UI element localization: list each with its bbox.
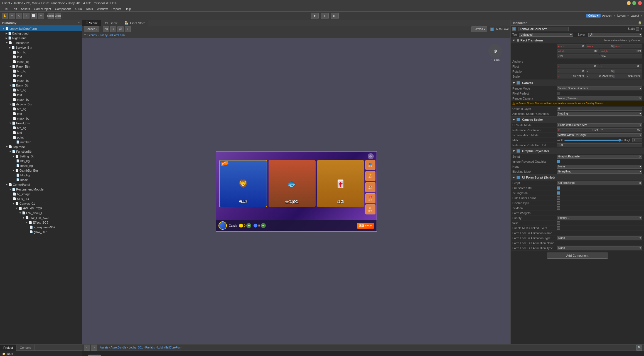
hierarchy-item-15[interactable]: 📄mask_bg	[0, 97, 82, 102]
rot-x[interactable]: X0	[557, 70, 585, 73]
blocking-mask-dropdown[interactable]: Everything ▾	[557, 170, 642, 174]
hierarchy-item-24[interactable]: 📄number	[0, 140, 82, 144]
width-field[interactable]: Width 783	[557, 50, 599, 53]
toolbar-transform-rotate[interactable]: ↻	[16, 13, 22, 19]
audio-btn[interactable]: 🔊	[117, 26, 124, 32]
game-card-2[interactable]: 🐟 全民捕鱼	[269, 160, 316, 207]
scale-z[interactable]: Z0.9973333	[614, 75, 642, 78]
is-modal-checkbox[interactable]	[557, 206, 560, 210]
hierarchy-item-25[interactable]: ▼📄TopPanel	[0, 144, 82, 149]
hierarchy-item-13[interactable]: 📄btn_bg	[0, 88, 82, 92]
fade-in-type-dropdown[interactable]: None▾	[557, 236, 642, 240]
gameobj-name-input[interactable]	[518, 27, 569, 31]
menu-component[interactable]: Component	[53, 7, 72, 11]
bc-form[interactable]: LobbyHallCoreForm	[157, 346, 182, 349]
hierarchy-add[interactable]: +	[78, 21, 80, 24]
hierarchy-item-23[interactable]: 📄point	[0, 135, 82, 140]
hierarchy-item-3[interactable]: ▼📄FunctionBtn	[0, 40, 82, 45]
hierarchy-item-37[interactable]: ▼📄Canvas_01	[0, 201, 82, 206]
menu-help[interactable]: Help	[123, 7, 133, 11]
breadcrumb-scenes[interactable]: Scenes	[87, 34, 97, 37]
lighting-btn[interactable]: ☀	[110, 26, 116, 32]
minimize-btn[interactable]	[627, 1, 631, 5]
fullscreen-checkbox[interactable]	[557, 186, 560, 190]
hierarchy-item-4[interactable]: ▶📄Service_Btn	[0, 45, 82, 50]
auto-save-checkbox[interactable]	[490, 28, 494, 31]
step-button[interactable]: ⏭	[331, 13, 339, 19]
inspector-lock-icon[interactable]: 🔒	[638, 21, 642, 24]
hierarchy-item-33[interactable]: ▼📄CenterPanel	[0, 182, 82, 187]
layers-button[interactable]: Layers	[617, 14, 626, 17]
bc-assetbundle[interactable]: AssetBundle	[110, 346, 126, 349]
ignore-reversed-checkbox[interactable]	[557, 160, 560, 163]
hierarchy-item-21[interactable]: 📄btn_bg	[0, 125, 82, 130]
hierarchy-item-35[interactable]: 📄bg_image	[0, 192, 82, 196]
rot-y[interactable]: Y0	[586, 70, 614, 73]
uiform-script-header[interactable]: ▼ UI Form Script (Script)	[511, 174, 644, 181]
scene-gizmo[interactable]: ⊕ ← Back	[488, 44, 502, 61]
menu-xlua[interactable]: XLua	[73, 7, 83, 11]
bc-assets[interactable]: Assets	[100, 346, 108, 349]
ref-pixels-input[interactable]	[557, 143, 642, 147]
hierarchy-item-29[interactable]: 📄mask_bg	[0, 163, 82, 168]
canvas-scaler-header[interactable]: ▼ Canvas Scaler	[511, 117, 644, 123]
hierarchy-item-41[interactable]: ▼📄Effect_SCJ	[0, 220, 82, 225]
menu-reporter[interactable]: Report	[110, 7, 122, 11]
tab-project[interactable]: Project	[0, 345, 16, 351]
hierarchy-item-12[interactable]: ▼📄Bank_Btn	[0, 83, 82, 88]
hierarchy-item-1[interactable]: ▶📄Background	[0, 31, 82, 36]
back-label[interactable]: ← Back	[491, 58, 500, 61]
hierarchy-item-19[interactable]: 📄mask_bg	[0, 116, 82, 121]
project-tree[interactable]: 📁1004📁1005📁1006📁1007📁1008📁2002📁2003📁2004…	[0, 351, 82, 356]
canvas-enabled[interactable]	[517, 81, 520, 85]
render-camera-dropdown[interactable]: None (Camera) ⊙	[557, 97, 642, 100]
tab-scene[interactable]: ☰ Scene	[82, 20, 101, 26]
hierarchy-item-31[interactable]: 📄btn_bg	[0, 173, 82, 177]
close-btn[interactable]	[638, 1, 642, 5]
posY-full-field[interactable]: 374	[600, 55, 643, 58]
graphic-raycaster-header[interactable]: ▼ Graphic Raycaster	[511, 148, 644, 154]
hierarchy-item-40[interactable]: ▼📄HW_HM_SCJ	[0, 215, 82, 220]
tab-asset-store[interactable]: 🏪 Asset Store	[121, 20, 149, 26]
multi-click-checkbox[interactable]	[557, 226, 560, 230]
tab-console[interactable]: Console	[16, 345, 35, 351]
pause-button[interactable]: ⏸	[321, 13, 329, 19]
toolbar-local[interactable]: Local	[55, 13, 61, 19]
hierarchy-item-27[interactable]: ▼📄Setting_Btn	[0, 154, 82, 159]
pos-y-field[interactable]: Pos Y 0	[586, 44, 614, 48]
height-field[interactable]: Height 324	[600, 50, 643, 53]
scene-orientation-gizmo[interactable]: ⊕	[488, 44, 502, 58]
right-icon-5[interactable]: ✉邮件	[365, 204, 375, 214]
hierarchy-item-42[interactable]: 📄s_sequence957	[0, 225, 82, 229]
hierarchy-item-0[interactable]: ▼📄LobbyHallCoreForm	[0, 26, 82, 31]
posX-full-field[interactable]: 783	[557, 55, 599, 58]
fade-out-type-dropdown[interactable]: None▾	[557, 246, 642, 250]
hierarchy-item-5[interactable]: 📄btn_bg	[0, 50, 82, 55]
hierarchy-item-22[interactable]: 📄text	[0, 130, 82, 135]
toolbar-transform-hand[interactable]: ✋	[2, 13, 8, 19]
hierarchy-content[interactable]: ▼📄LobbyHallCoreForm▶📄Background▶📄RightPa…	[0, 26, 82, 344]
tab-game[interactable]: 🎮 Game	[101, 20, 121, 26]
menu-edit[interactable]: Edit	[10, 7, 19, 11]
hierarchy-item-18[interactable]: 📄text	[0, 111, 82, 116]
static-checkbox[interactable]	[636, 27, 639, 31]
toolbar-transform-scale[interactable]: ⤢	[23, 13, 30, 19]
canvas-header[interactable]: ▼ Canvas	[511, 80, 644, 86]
uiform-enabled[interactable]	[517, 176, 520, 179]
hierarchy-item-7[interactable]: 📄mask_bg	[0, 59, 82, 64]
toolbar-transform-rect[interactable]: ⬜	[31, 13, 37, 19]
hierarchy-item-9[interactable]: 📄btn_bg	[0, 69, 82, 73]
effects-btn[interactable]: ✦	[125, 26, 131, 32]
ui-scale-mode-dropdown[interactable]: Scale With Screen Size ▾	[557, 123, 642, 127]
priority-dropdown[interactable]: Priority 0 ▾	[557, 216, 642, 220]
fb-back-btn[interactable]: ←	[84, 345, 90, 351]
right-icon-1[interactable]: 👥客服	[365, 160, 375, 170]
hierarchy-item-36[interactable]: 📄SLB_HOT	[0, 196, 82, 201]
hierarchy-item-2[interactable]: ▶📄RightPanel	[0, 36, 82, 40]
hierarchy-item-30[interactable]: ▼📄GambBg_Btn	[0, 168, 82, 173]
rect-transform-header[interactable]: ▼ ⊞ Rect Transform Some values driven by…	[511, 37, 644, 43]
hierarchy-item-39[interactable]: ▼📄HW_shou_L	[0, 211, 82, 215]
hide-under-checkbox[interactable]	[557, 196, 560, 200]
game-card-3[interactable]: 🀄 棋牌	[317, 160, 364, 207]
toolbar-transform-all[interactable]: ✦	[38, 13, 44, 19]
